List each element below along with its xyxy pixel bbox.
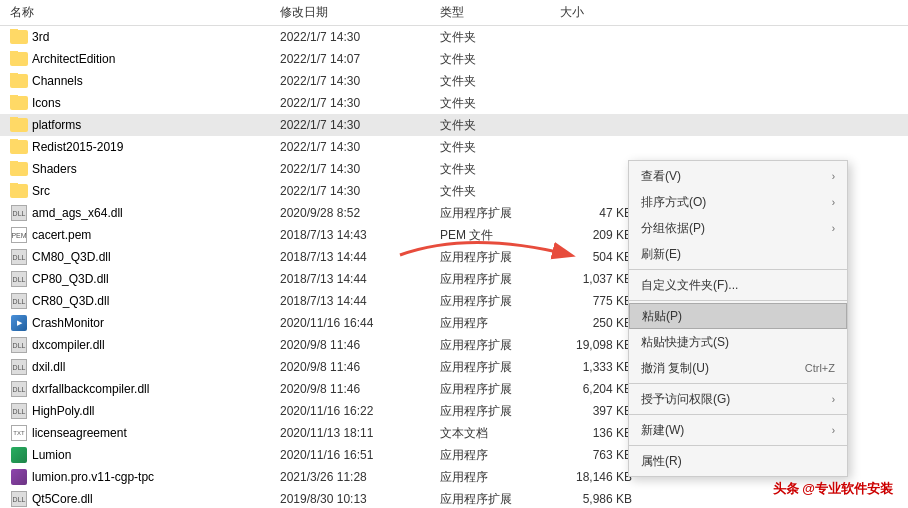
file-type-icon: DLL [10, 359, 28, 375]
table-row[interactable]: Redist2015-2019 2022/1/7 14:30 文件夹 [0, 136, 908, 158]
table-row[interactable]: Channels 2022/1/7 14:30 文件夹 [0, 70, 908, 92]
file-type-icon [10, 139, 28, 155]
file-type-label: 应用程序扩展 [440, 381, 560, 398]
menu-item[interactable]: 查看(V) › [629, 163, 847, 189]
dll-icon: DLL [11, 359, 27, 375]
file-type-label: 应用程序扩展 [440, 403, 560, 420]
file-type-label: 应用程序扩展 [440, 249, 560, 266]
menu-separator [629, 269, 847, 270]
file-name-cell: ArchitectEdition [0, 51, 280, 67]
file-name: Src [32, 184, 50, 198]
folder-icon [10, 96, 28, 110]
file-size: 5,986 KB [560, 492, 640, 506]
file-type-label: 文件夹 [440, 183, 560, 200]
file-type-icon: DLL [10, 249, 28, 265]
menu-item[interactable]: 分组依据(P) › [629, 215, 847, 241]
dll-icon: DLL [11, 271, 27, 287]
menu-item[interactable]: 撤消 复制(U) Ctrl+Z [629, 355, 847, 381]
menu-item-label: 属性(R) [641, 453, 835, 470]
menu-item[interactable]: 自定义文件夹(F)... [629, 272, 847, 298]
file-name: Qt5Core.dll [32, 492, 93, 506]
table-row[interactable]: 3rd 2022/1/7 14:30 文件夹 [0, 26, 908, 48]
file-name: dxcompiler.dll [32, 338, 105, 352]
lumion-icon [11, 447, 27, 463]
folder-icon [10, 140, 28, 154]
file-name-cell: DLL HighPoly.dll [0, 403, 280, 419]
file-date: 2022/1/7 14:30 [280, 96, 440, 110]
file-date: 2022/1/7 14:07 [280, 52, 440, 66]
menu-item-arrow: › [832, 425, 835, 436]
file-date: 2020/9/8 11:46 [280, 338, 440, 352]
watermark: 头条 @专业软件安装 [773, 480, 893, 498]
file-date: 2019/8/30 10:13 [280, 492, 440, 506]
context-menu: 查看(V) › 排序方式(O) › 分组依据(P) › 刷新(E) 自定义文件夹… [628, 160, 848, 477]
file-date: 2018/7/13 14:44 [280, 250, 440, 264]
file-type-icon: ▶ [10, 315, 28, 331]
menu-item[interactable]: 排序方式(O) › [629, 189, 847, 215]
file-type-label: 应用程序 [440, 469, 560, 486]
menu-separator [629, 414, 847, 415]
file-type-icon: DLL [10, 293, 28, 309]
menu-item-label: 新建(W) [641, 422, 832, 439]
file-name: platforms [32, 118, 81, 132]
file-name-cell: DLL Qt5Core.dll [0, 491, 280, 507]
menu-separator [629, 445, 847, 446]
menu-separator [629, 300, 847, 301]
dll-icon: DLL [11, 337, 27, 353]
menu-item[interactable]: 属性(R) [629, 448, 847, 474]
menu-item-arrow: › [832, 197, 835, 208]
file-type-icon: TXT [10, 425, 28, 441]
file-name: dxil.dll [32, 360, 65, 374]
file-name-cell: 3rd [0, 29, 280, 45]
file-date: 2020/9/8 11:46 [280, 360, 440, 374]
dll-icon: DLL [11, 381, 27, 397]
menu-item[interactable]: 刷新(E) [629, 241, 847, 267]
file-date: 2020/11/13 18:11 [280, 426, 440, 440]
file-name: Channels [32, 74, 83, 88]
col-type-header[interactable]: 类型 [440, 4, 560, 21]
table-row[interactable]: Icons 2022/1/7 14:30 文件夹 [0, 92, 908, 114]
file-type-icon [10, 51, 28, 67]
file-name-cell: DLL dxcompiler.dll [0, 337, 280, 353]
file-type-icon: DLL [10, 205, 28, 221]
file-type-label: 应用程序 [440, 447, 560, 464]
column-header: 名称 修改日期 类型 大小 [0, 0, 908, 26]
col-name-header[interactable]: 名称 [0, 4, 280, 21]
file-type-icon: DLL [10, 403, 28, 419]
dll-icon: DLL [11, 403, 27, 419]
col-date-header[interactable]: 修改日期 [280, 4, 440, 21]
file-type-label: 文件夹 [440, 117, 560, 134]
menu-item[interactable]: 粘贴快捷方式(S) [629, 329, 847, 355]
folder-icon [10, 52, 28, 66]
file-date: 2022/1/7 14:30 [280, 140, 440, 154]
file-type-label: 文本文档 [440, 425, 560, 442]
file-name-cell: DLL CR80_Q3D.dll [0, 293, 280, 309]
folder-icon [10, 184, 28, 198]
menu-item[interactable]: 新建(W) › [629, 417, 847, 443]
col-size-header[interactable]: 大小 [560, 4, 640, 21]
file-name-cell: DLL CP80_Q3D.dll [0, 271, 280, 287]
file-date: 2022/1/7 14:30 [280, 74, 440, 88]
menu-item[interactable]: 授予访问权限(G) › [629, 386, 847, 412]
file-name-cell: Shaders [0, 161, 280, 177]
menu-item[interactable]: 粘贴(P) [629, 303, 847, 329]
menu-item-label: 授予访问权限(G) [641, 391, 832, 408]
file-name-cell: DLL amd_ags_x64.dll [0, 205, 280, 221]
file-name-cell: Channels [0, 73, 280, 89]
table-row[interactable]: platforms 2022/1/7 14:30 文件夹 [0, 114, 908, 136]
file-name-cell: Redist2015-2019 [0, 139, 280, 155]
file-type-icon: DLL [10, 381, 28, 397]
file-type-label: PEM 文件 [440, 227, 560, 244]
folder-icon [10, 118, 28, 132]
file-name-cell: lumion.pro.v11-cgp-tpc [0, 469, 280, 485]
file-name-cell: platforms [0, 117, 280, 133]
table-row[interactable]: ArchitectEdition 2022/1/7 14:07 文件夹 [0, 48, 908, 70]
file-name: licenseagreement [32, 426, 127, 440]
file-type-icon [10, 117, 28, 133]
file-type-icon [10, 95, 28, 111]
file-type-label: 文件夹 [440, 139, 560, 156]
folder-icon [10, 30, 28, 44]
menu-item-label: 排序方式(O) [641, 194, 832, 211]
file-name: lumion.pro.v11-cgp-tpc [32, 470, 154, 484]
file-date: 2022/1/7 14:30 [280, 118, 440, 132]
